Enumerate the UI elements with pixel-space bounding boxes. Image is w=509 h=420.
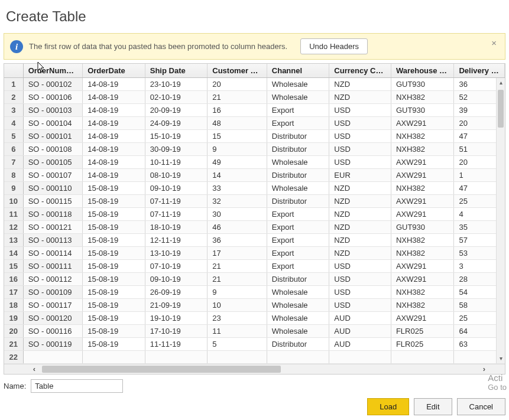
cell-customer[interactable]: 49	[208, 155, 267, 168]
cell-shipdate[interactable]: 09-10-19	[145, 272, 208, 285]
cell-orderdate[interactable]: 15-08-19	[83, 181, 145, 194]
table-row[interactable]: 8SO - 00010714-08-1908-10-1914Distributo…	[4, 168, 505, 181]
row-number[interactable]: 2	[4, 90, 23, 103]
cell-warehouse[interactable]: NXH382	[391, 181, 454, 194]
cell-shipdate[interactable]: 30-09-19	[145, 142, 208, 155]
cell-channel[interactable]: Wholesale	[267, 181, 329, 194]
cell-currency[interactable]: USD	[329, 259, 391, 272]
cell-customer[interactable]: 20	[208, 77, 267, 90]
cell-ordernumber[interactable]: SO - 000118	[23, 207, 83, 220]
cell-currency[interactable]: USD	[329, 155, 391, 168]
table-row[interactable]: 14SO - 00011415-08-1913-10-1917ExportNZD…	[4, 246, 505, 259]
cell-customer[interactable]: 15	[208, 129, 267, 142]
cell-shipdate[interactable]: 19-10-19	[145, 311, 208, 324]
cell-channel[interactable]: Distributor	[267, 337, 329, 350]
cell-channel[interactable]: Wholesale	[267, 77, 329, 90]
cell-ordernumber[interactable]	[23, 350, 83, 363]
cell-currency[interactable]: USD	[329, 272, 391, 285]
cell-shipdate[interactable]: 15-10-19	[145, 129, 208, 142]
cell-warehouse[interactable]: AXW291	[391, 194, 454, 207]
cell-channel[interactable]: Wholesale	[267, 311, 329, 324]
cell-ordernumber[interactable]: SO - 000113	[23, 233, 83, 246]
table-row[interactable]: 9SO - 00011015-08-1909-10-1933WholesaleN…	[4, 181, 505, 194]
cell-currency[interactable]: NZD	[329, 90, 391, 103]
cell-customer[interactable]: 14	[208, 168, 267, 181]
row-number[interactable]: 9	[4, 181, 23, 194]
scroll-right-icon[interactable]: ›	[478, 364, 491, 374]
cell-channel[interactable]: Export	[267, 233, 329, 246]
table-row[interactable]: 6SO - 00010814-08-1930-09-199Distributor…	[4, 142, 505, 155]
cell-orderdate[interactable]: 15-08-19	[83, 233, 145, 246]
cell-warehouse[interactable]: FLR025	[391, 324, 454, 337]
cell-orderdate[interactable]: 15-08-19	[83, 246, 145, 259]
cell-channel[interactable]: Export	[267, 259, 329, 272]
table-row[interactable]: 21SO - 00011915-08-1911-11-195Distributo…	[4, 337, 505, 350]
cell-ordernumber[interactable]: SO - 000108	[23, 142, 83, 155]
cell-shipdate[interactable]: 24-09-19	[145, 116, 208, 129]
cell-shipdate[interactable]: 07-11-19	[145, 194, 208, 207]
cell-currency[interactable]: USD	[329, 129, 391, 142]
row-number[interactable]: 13	[4, 233, 23, 246]
table-row[interactable]: 13SO - 00011315-08-1912-11-1936ExportNZD…	[4, 233, 505, 246]
cell-warehouse[interactable]: GUT930	[391, 77, 454, 90]
cell-orderdate[interactable]: 15-08-19	[83, 194, 145, 207]
cell-channel[interactable]: Export	[267, 220, 329, 233]
table-row[interactable]: 15SO - 00011115-08-1907-10-1921ExportUSD…	[4, 259, 505, 272]
cell-channel[interactable]: Distributor	[267, 129, 329, 142]
cell-shipdate[interactable]: 23-10-19	[145, 77, 208, 90]
cell-warehouse[interactable]: AXW291	[391, 259, 454, 272]
row-number[interactable]: 16	[4, 272, 23, 285]
table-row[interactable]: 16SO - 00011215-08-1909-10-1921Distribut…	[4, 272, 505, 285]
cell-shipdate[interactable]: 08-10-19	[145, 168, 208, 181]
cell-warehouse[interactable]: FLR025	[391, 337, 454, 350]
row-number[interactable]: 6	[4, 142, 23, 155]
row-number[interactable]: 1	[4, 77, 23, 90]
load-button[interactable]: Load	[367, 398, 409, 415]
horizontal-scrollbar[interactable]: ‹ ›	[4, 364, 505, 374]
close-icon[interactable]: ×	[489, 37, 499, 48]
cell-orderdate[interactable]: 14-08-19	[83, 116, 145, 129]
cell-ordernumber[interactable]: SO - 000106	[23, 90, 83, 103]
row-number[interactable]: 10	[4, 194, 23, 207]
cell-shipdate[interactable]: 26-09-19	[145, 285, 208, 298]
scroll-left-icon[interactable]: ‹	[28, 364, 41, 374]
cell-currency[interactable]: USD	[329, 116, 391, 129]
cell-currency[interactable]: AUD	[329, 337, 391, 350]
row-number[interactable]: 19	[4, 311, 23, 324]
cell-orderdate[interactable]: 14-08-19	[83, 168, 145, 181]
cell-customer[interactable]: 21	[208, 90, 267, 103]
hscroll-thumb[interactable]	[42, 366, 281, 373]
cell-ordernumber[interactable]: SO - 000117	[23, 298, 83, 311]
row-number[interactable]: 21	[4, 337, 23, 350]
cell-warehouse[interactable]: AXW291	[391, 155, 454, 168]
cell-channel[interactable]: Export	[267, 116, 329, 129]
cell-currency[interactable]: USD	[329, 285, 391, 298]
table-row[interactable]: 1SO - 00010214-08-1923-10-1920WholesaleN…	[4, 77, 505, 90]
cell-warehouse[interactable]: NXH382	[391, 142, 454, 155]
row-number[interactable]: 5	[4, 129, 23, 142]
cell-currency[interactable]: NZD	[329, 194, 391, 207]
cell-warehouse[interactable]: AXW291	[391, 207, 454, 220]
table-row[interactable]: 7SO - 00010514-08-1910-11-1949WholesaleU…	[4, 155, 505, 168]
cell-customer[interactable]: 46	[208, 220, 267, 233]
cell-warehouse[interactable]: NXH382	[391, 246, 454, 259]
cell-shipdate[interactable]: 21-09-19	[145, 298, 208, 311]
cell-customer[interactable]: 21	[208, 272, 267, 285]
cell-warehouse[interactable]: AXW291	[391, 272, 454, 285]
scroll-down-icon[interactable]: ▾	[497, 354, 505, 363]
cell-currency[interactable]: NZD	[329, 207, 391, 220]
table-row[interactable]: 2SO - 00010614-08-1902-10-1921WholesaleN…	[4, 90, 505, 103]
cell-customer[interactable]: 36	[208, 233, 267, 246]
cell-warehouse[interactable]: NXH382	[391, 298, 454, 311]
cell-shipdate[interactable]: 13-10-19	[145, 246, 208, 259]
cell-ordernumber[interactable]: SO - 000107	[23, 168, 83, 181]
cell-currency[interactable]: AUD	[329, 311, 391, 324]
table-row[interactable]: 5SO - 00010114-08-1915-10-1915Distributo…	[4, 129, 505, 142]
cell-customer[interactable]: 9	[208, 285, 267, 298]
cell-channel[interactable]: Export	[267, 207, 329, 220]
cell-ordernumber[interactable]: SO - 000104	[23, 116, 83, 129]
cell-currency[interactable]: NZD	[329, 246, 391, 259]
row-number[interactable]: 8	[4, 168, 23, 181]
row-number[interactable]: 17	[4, 285, 23, 298]
cell-channel[interactable]: Distributor	[267, 194, 329, 207]
